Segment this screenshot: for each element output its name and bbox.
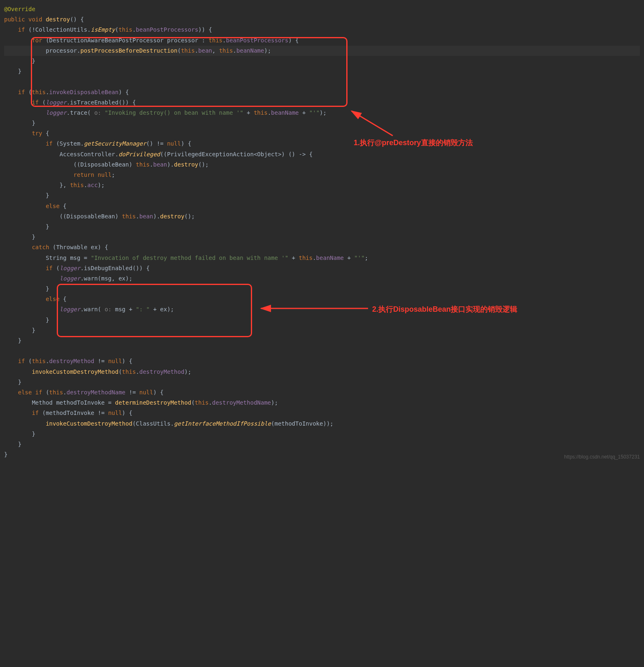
watermark: https://blog.csdn.net/qq_15037231: [564, 454, 640, 460]
annotation: @Override: [4, 6, 35, 12]
code-block: @Override public void destroy() { if (!C…: [4, 4, 640, 460]
